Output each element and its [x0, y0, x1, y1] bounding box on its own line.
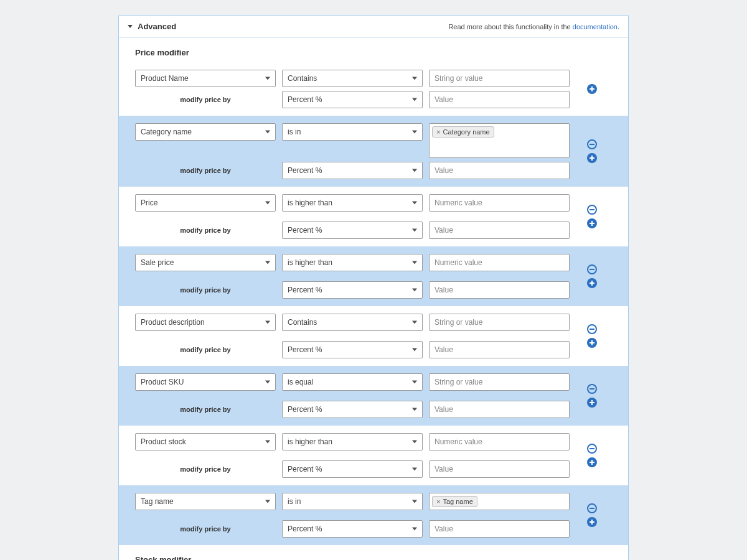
rule-block: Product stock is higher than Numeric val… [119, 426, 628, 485]
field-select[interactable]: Product description [135, 314, 276, 331]
field-select[interactable]: Category name [135, 123, 276, 141]
rule-block: Sale price is higher than Numeric value … [119, 246, 628, 306]
field-select[interactable]: Price [135, 194, 276, 212]
modifier-select[interactable]: Percent % [282, 162, 423, 179]
modify-by-label: modify price by [135, 520, 276, 538]
remove-rule-button[interactable] [587, 444, 597, 454]
category-tagbox[interactable]: ×Category name [429, 123, 570, 158]
value-input[interactable]: String or value [429, 314, 570, 331]
rule-block: Product Name Contains String or value mo… [119, 62, 628, 116]
help-text: Read more about this functionality in th… [448, 23, 619, 30]
value-input[interactable]: Numeric value [429, 433, 570, 450]
add-rule-button[interactable] [587, 84, 597, 94]
add-rule-button[interactable] [587, 218, 597, 228]
remove-rule-button[interactable] [587, 503, 597, 513]
modify-by-label: modify price by [135, 341, 276, 358]
tag-chip[interactable]: ×Tag name [432, 496, 477, 507]
add-rule-button[interactable] [587, 398, 597, 408]
modify-by-label: modify price by [135, 460, 276, 478]
rule-block: Category name is in ×Category name modif… [119, 116, 628, 187]
remove-rule-button[interactable] [587, 384, 597, 394]
field-select[interactable]: Sale price [135, 254, 276, 271]
tag-chip[interactable]: ×Category name [432, 126, 494, 138]
modifier-value-input[interactable]: Value [429, 162, 570, 179]
modifier-value-input[interactable]: Value [429, 222, 570, 239]
add-rule-button[interactable] [587, 517, 597, 527]
operator-select[interactable]: Contains [282, 70, 423, 87]
price-modifier-heading: Price modifier [119, 38, 628, 62]
modifier-select[interactable]: Percent % [282, 281, 423, 299]
caret-down-icon [128, 25, 133, 28]
operator-select[interactable]: Contains [282, 314, 423, 331]
field-select[interactable]: Product Name [135, 70, 276, 87]
field-select[interactable]: Product SKU [135, 373, 276, 391]
advanced-panel: Advanced Read more about this functional… [118, 15, 629, 560]
modifier-select[interactable]: Percent % [282, 341, 423, 358]
modifier-value-input[interactable]: Value [429, 91, 570, 108]
add-rule-button[interactable] [587, 338, 597, 348]
remove-tag-icon[interactable]: × [436, 498, 440, 505]
remove-rule-button[interactable] [587, 324, 597, 334]
operator-select[interactable]: is higher than [282, 254, 423, 271]
add-rule-button[interactable] [587, 278, 597, 288]
remove-rule-button[interactable] [587, 205, 597, 215]
remove-rule-button[interactable] [587, 139, 597, 149]
stock-modifier-heading: Stock modifier [119, 545, 628, 560]
modifier-select[interactable]: Percent % [282, 91, 423, 108]
panel-collapse-toggle[interactable]: Advanced [128, 22, 176, 31]
field-select[interactable]: Tag name [135, 493, 276, 510]
remove-tag-icon[interactable]: × [436, 128, 440, 136]
modifier-select[interactable]: Percent % [282, 520, 423, 538]
operator-select[interactable]: is higher than [282, 433, 423, 450]
rule-block: Product description Contains String or v… [119, 306, 628, 366]
modify-by-label: modify price by [135, 281, 276, 299]
modifier-select[interactable]: Percent % [282, 222, 423, 239]
operator-select[interactable]: is in [282, 123, 423, 141]
documentation-link[interactable]: documentation [573, 23, 618, 30]
modifier-value-input[interactable]: Value [429, 341, 570, 358]
modifier-value-input[interactable]: Value [429, 281, 570, 299]
modify-by-label: modify price by [135, 401, 276, 418]
rule-block: Price is higher than Numeric value modif… [119, 187, 628, 246]
value-input[interactable]: Numeric value [429, 254, 570, 271]
modify-by-label: modify price by [135, 162, 276, 179]
operator-select[interactable]: is equal [282, 373, 423, 391]
rule-block: Product SKU is equal String or value mod… [119, 366, 628, 426]
rule-block: Tag name is in ×Tag name modify price by… [119, 485, 628, 545]
panel-title: Advanced [138, 22, 176, 31]
remove-rule-button[interactable] [587, 264, 597, 274]
operator-select[interactable]: is higher than [282, 194, 423, 212]
value-input[interactable]: Numeric value [429, 194, 570, 212]
modify-by-label: modify price by [135, 91, 276, 108]
modifier-value-input[interactable]: Value [429, 520, 570, 538]
modifier-select[interactable]: Percent % [282, 401, 423, 418]
value-input[interactable]: String or value [429, 70, 570, 87]
operator-select[interactable]: is in [282, 493, 423, 510]
tag-tagbox[interactable]: ×Tag name [429, 493, 570, 510]
panel-header: Advanced Read more about this functional… [119, 16, 628, 38]
modify-by-label: modify price by [135, 222, 276, 239]
modifier-value-input[interactable]: Value [429, 401, 570, 418]
add-rule-button[interactable] [587, 457, 597, 467]
add-rule-button[interactable] [587, 153, 597, 163]
modifier-value-input[interactable]: Value [429, 460, 570, 478]
value-input[interactable]: String or value [429, 373, 570, 391]
field-select[interactable]: Product stock [135, 433, 276, 450]
modifier-select[interactable]: Percent % [282, 460, 423, 478]
